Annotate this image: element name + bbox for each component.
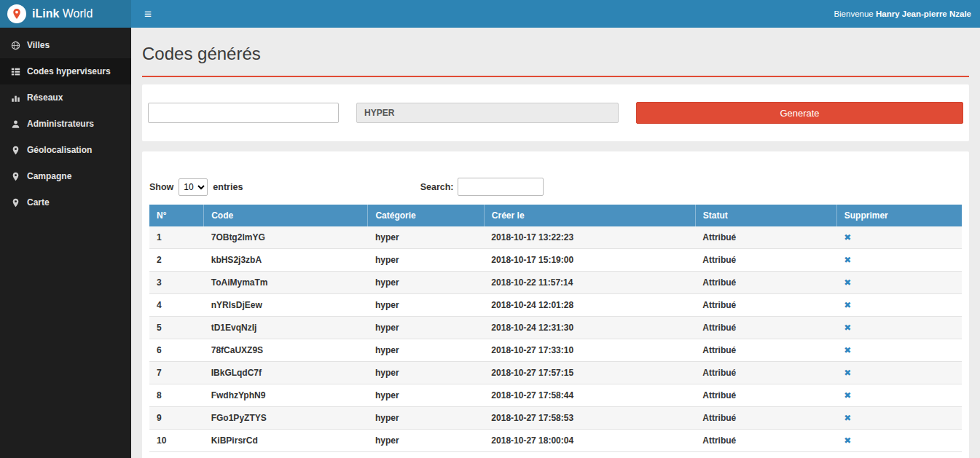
created-cell: 2018-10-27 17:57:15 bbox=[484, 362, 695, 384]
status-cell: Attribué bbox=[695, 430, 836, 452]
code-cell: IBkGLqdC7f bbox=[204, 362, 368, 384]
column-header[interactable]: Créer le bbox=[484, 205, 695, 226]
delete-cell: ✖ bbox=[836, 272, 962, 294]
category-cell: hyper bbox=[368, 384, 484, 407]
sidebar-toggle-button[interactable]: ≡ bbox=[140, 5, 156, 23]
category-cell: hyper bbox=[368, 294, 484, 317]
column-header[interactable]: Supprimer bbox=[836, 205, 962, 226]
status-cell: Attribué bbox=[695, 362, 836, 384]
status-cell: Attribué bbox=[695, 272, 836, 294]
brand-logo[interactable]: iLink World bbox=[0, 0, 131, 28]
row-number: 4 bbox=[149, 294, 204, 317]
sidebar-item-label: Réseaux bbox=[27, 92, 63, 103]
welcome-message: Bienvenue Hanry Jean-pierre Nzale bbox=[834, 9, 971, 18]
category-cell: hyper bbox=[368, 226, 484, 249]
column-header[interactable]: Statut bbox=[695, 205, 836, 226]
bar-chart-icon bbox=[10, 93, 20, 103]
delete-icon[interactable]: ✖ bbox=[844, 232, 851, 242]
search-input[interactable] bbox=[458, 178, 544, 196]
welcome-prefix: Bienvenue bbox=[834, 9, 873, 18]
brand-name: iLink World bbox=[32, 7, 93, 20]
code-cell: FwdhzYphN9 bbox=[204, 384, 368, 407]
status-cell: Attribué bbox=[695, 339, 836, 362]
code-cell: nYRlsDjEew bbox=[204, 294, 368, 317]
code-count-input[interactable] bbox=[148, 103, 339, 123]
created-cell: 2018-10-22 11:57:14 bbox=[484, 272, 695, 294]
code-cell: tD1EvqNzIj bbox=[204, 317, 368, 339]
codes-table: N°CodeCatégorieCréer leStatutSupprimer 1… bbox=[149, 205, 962, 452]
table-controls: Show 10 entries Search: bbox=[149, 178, 962, 196]
sidebar-item-label: Villes bbox=[27, 40, 50, 50]
code-generator-panel: Generate bbox=[142, 84, 969, 141]
sidebar-item-villes[interactable]: Villes bbox=[0, 32, 131, 58]
topbar: ≡ Bienvenue Hanry Jean-pierre Nzale bbox=[131, 0, 980, 28]
delete-icon[interactable]: ✖ bbox=[844, 368, 851, 378]
code-cell: KiBPirsrCd bbox=[204, 430, 368, 452]
sidebar-item-label: Géolocalisation bbox=[27, 145, 92, 155]
delete-icon[interactable]: ✖ bbox=[844, 345, 851, 355]
created-cell: 2018-10-24 12:01:28 bbox=[484, 294, 695, 317]
table-row: 17OBtg2lmYGhyper2018-10-17 13:22:23Attri… bbox=[149, 226, 962, 249]
created-cell: 2018-10-17 15:19:00 bbox=[484, 249, 695, 272]
map-marker-icon bbox=[10, 146, 20, 155]
delete-icon[interactable]: ✖ bbox=[844, 277, 851, 288]
category-cell: hyper bbox=[368, 339, 484, 362]
table-row: 10KiBPirsrCdhyper2018-10-27 18:00:04Attr… bbox=[149, 430, 962, 452]
search-control: Search: bbox=[420, 178, 691, 196]
created-cell: 2018-10-24 12:31:30 bbox=[484, 317, 695, 339]
code-cell: 78fCaUXZ9S bbox=[204, 339, 368, 362]
delete-cell: ✖ bbox=[836, 317, 962, 339]
delete-icon[interactable]: ✖ bbox=[844, 255, 851, 265]
category-cell: hyper bbox=[368, 249, 484, 272]
created-cell: 2018-10-17 13:22:23 bbox=[484, 226, 695, 249]
delete-icon[interactable]: ✖ bbox=[844, 390, 851, 400]
sidebar-item-carte[interactable]: Carte bbox=[0, 189, 131, 216]
row-number: 5 bbox=[149, 317, 204, 339]
created-cell: 2018-10-27 17:58:44 bbox=[484, 384, 695, 407]
created-cell: 2018-10-27 17:33:10 bbox=[484, 339, 695, 362]
delete-icon[interactable]: ✖ bbox=[844, 413, 851, 423]
delete-icon[interactable]: ✖ bbox=[844, 435, 851, 446]
delete-cell: ✖ bbox=[836, 339, 962, 362]
brand-logo-icon bbox=[7, 4, 26, 23]
title-divider bbox=[142, 76, 969, 77]
app-window: iLink World Villes bbox=[0, 0, 980, 458]
sidebar-item-campagne[interactable]: Campagne bbox=[0, 163, 131, 189]
delete-cell: ✖ bbox=[836, 362, 962, 384]
sidebar-item-administrateurs[interactable]: Administrateurs bbox=[0, 111, 131, 137]
sidebar-item-label: Codes hyperviseurs bbox=[27, 66, 111, 76]
table-row: 5tD1EvqNzIjhyper2018-10-24 12:31:30Attri… bbox=[149, 317, 962, 339]
delete-cell: ✖ bbox=[836, 226, 962, 249]
column-header[interactable]: Catégorie bbox=[368, 205, 484, 226]
table-row: 3ToAiMymaTmhyper2018-10-22 11:57:14Attri… bbox=[149, 272, 962, 294]
delete-icon[interactable]: ✖ bbox=[844, 300, 851, 310]
category-input bbox=[356, 103, 619, 123]
status-cell: Attribué bbox=[695, 384, 836, 407]
table-header-row: N°CodeCatégorieCréer leStatutSupprimer bbox=[149, 205, 962, 226]
list-icon bbox=[10, 67, 20, 76]
sidebar-item-reseaux[interactable]: Réseaux bbox=[0, 84, 131, 111]
column-header[interactable]: Code bbox=[204, 205, 368, 226]
status-cell: Attribué bbox=[695, 226, 836, 249]
main-column: ≡ Bienvenue Hanry Jean-pierre Nzale Code… bbox=[131, 0, 980, 458]
status-cell: Attribué bbox=[695, 249, 836, 272]
sidebar-item-codes-hyperviseurs[interactable]: Codes hyperviseurs bbox=[0, 58, 131, 84]
row-number: 1 bbox=[149, 226, 204, 249]
created-cell: 2018-10-27 18:00:04 bbox=[484, 430, 695, 452]
code-cell: FGo1PyZTYS bbox=[204, 407, 368, 430]
page-content: Codes générés Generate Show 10 entries S… bbox=[131, 28, 980, 458]
column-header[interactable]: N° bbox=[149, 205, 204, 226]
delete-cell: ✖ bbox=[836, 294, 962, 317]
row-number: 3 bbox=[149, 272, 204, 294]
delete-cell: ✖ bbox=[836, 249, 962, 272]
search-label: Search: bbox=[420, 182, 454, 192]
map-marker-icon bbox=[10, 198, 20, 208]
created-cell: 2018-10-27 17:58:53 bbox=[484, 407, 695, 430]
page-size-select[interactable]: 10 bbox=[179, 178, 208, 196]
code-cell: 7OBtg2lmYG bbox=[204, 226, 368, 249]
sidebar-item-label: Carte bbox=[27, 197, 50, 208]
delete-icon[interactable]: ✖ bbox=[844, 323, 851, 333]
category-cell: hyper bbox=[368, 272, 484, 294]
sidebar-item-geolocalisation[interactable]: Géolocalisation bbox=[0, 137, 131, 163]
generate-button[interactable]: Generate bbox=[636, 102, 963, 124]
